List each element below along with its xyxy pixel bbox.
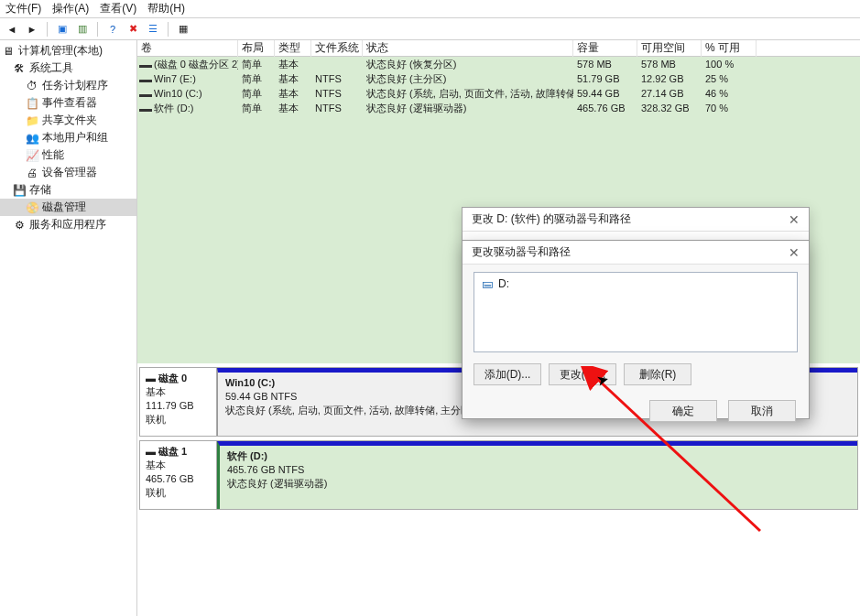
drive-entry-label: D:: [498, 277, 509, 290]
separator: [168, 22, 169, 37]
tree-label: 本地用户和组: [42, 130, 108, 146]
drive-path-list[interactable]: 🖴 D:: [474, 272, 798, 352]
menu-view[interactable]: 查看(V): [100, 1, 136, 16]
tree-label: 性能: [42, 147, 64, 163]
volume-row[interactable]: ▬Win10 (C:)简单基本NTFS状态良好 (系统, 启动, 页面文件, 活…: [137, 86, 860, 101]
menu-action[interactable]: 操作(A): [52, 1, 89, 16]
refresh-icon[interactable]: ▣: [54, 21, 71, 38]
tree-label: 计算机管理(本地): [18, 43, 103, 59]
volume-row[interactable]: ▬(磁盘 0 磁盘分区 2)简单基本状态良好 (恢复分区)578 MB578 M…: [137, 57, 860, 71]
tree-label: 任务计划程序: [42, 78, 108, 93]
tree-label: 磁盘管理: [42, 200, 86, 215]
nav-back-icon[interactable]: ◄: [4, 21, 20, 38]
tree-label: 服务和应用程序: [29, 217, 106, 232]
separator: [97, 22, 98, 37]
help-icon[interactable]: ?: [104, 21, 121, 38]
volume-row[interactable]: ▬Win7 (E:)简单基本NTFS状态良好 (主分区)51.79 GB12.9…: [137, 71, 860, 86]
tree-systemtools[interactable]: 🛠 系统工具: [0, 59, 136, 77]
computer-icon: 🖥: [2, 45, 15, 58]
drive-entry[interactable]: 🖴 D:: [480, 276, 791, 291]
col-cap[interactable]: 容量: [573, 40, 637, 57]
separator: [47, 22, 48, 37]
tree-task-scheduler[interactable]: ⏱ 任务计划程序: [0, 77, 136, 94]
tree-event-viewer[interactable]: 📋 事件查看器: [0, 94, 136, 112]
tools-icon: 🛠: [13, 62, 26, 75]
menu-bar: 文件(F) 操作(A) 查看(V) 帮助(H): [0, 0, 860, 18]
tree-root[interactable]: 🖥 计算机管理(本地): [0, 42, 136, 59]
tree-label: 共享文件夹: [42, 113, 97, 128]
tree-label: 事件查看器: [42, 95, 97, 111]
menu-file[interactable]: 文件(F): [5, 1, 41, 16]
drive-icon: ▬: [139, 103, 152, 113]
col-volume[interactable]: 卷: [137, 40, 238, 57]
storage-icon: 💾: [13, 184, 26, 197]
dialog-title: 更改 D: (软件) 的驱动器号和路径: [472, 211, 631, 227]
clock-icon: ⏱: [26, 80, 38, 92]
dialog-title: 更改驱动器号和路径: [472, 244, 571, 260]
drive-icon: ▬: [139, 89, 152, 99]
nav-forward-icon[interactable]: ►: [24, 21, 40, 38]
volume-list-header: 卷 布局 类型 文件系统 状态 容量 可用空间 % 可用: [137, 40, 860, 57]
partition[interactable]: 软件 (D:)465.76 GB NTFS状态良好 (逻辑驱动器): [217, 441, 857, 509]
drive-icon: 🖴: [482, 277, 493, 290]
tree-local-users[interactable]: 👥 本地用户和组: [0, 129, 136, 146]
disk-row: ▬ 磁盘 1基本465.76 GB联机软件 (D:)465.76 GB NTFS…: [139, 440, 858, 510]
col-free[interactable]: 可用空间: [637, 40, 702, 57]
event-icon: 📋: [26, 97, 38, 110]
delete-icon[interactable]: ✖: [125, 21, 141, 38]
tree-device-manager[interactable]: 🖨 设备管理器: [0, 164, 136, 181]
view-icon[interactable]: ▦: [175, 21, 191, 38]
nav-tree: 🖥 计算机管理(本地) 🛠 系统工具 ⏱ 任务计划程序 📋 事件查看器 📁 共享…: [0, 40, 137, 616]
col-layout[interactable]: 布局: [238, 40, 275, 57]
tree-label: 存储: [29, 182, 51, 198]
list-icon[interactable]: ☰: [145, 21, 161, 38]
ok-button[interactable]: 确定: [649, 400, 717, 422]
tree-shared-folders[interactable]: 📁 共享文件夹: [0, 112, 136, 129]
tree-label: 系统工具: [29, 60, 73, 76]
tree-storage[interactable]: 💾 存储: [0, 181, 136, 199]
add-button[interactable]: 添加(D)...: [474, 363, 541, 385]
folder-icon: 📁: [26, 114, 38, 127]
toolbar: ◄ ► ▣ ▥ ? ✖ ☰ ▦: [0, 18, 860, 40]
menu-help[interactable]: 帮助(H): [147, 1, 185, 16]
disk-label[interactable]: ▬ 磁盘 1基本465.76 GB联机: [140, 441, 217, 509]
col-pct[interactable]: % 可用: [702, 40, 757, 57]
drive-icon: ▬: [139, 74, 152, 84]
col-type[interactable]: 类型: [275, 40, 311, 57]
close-icon[interactable]: ✕: [789, 212, 800, 227]
users-icon: 👥: [26, 132, 38, 145]
close-icon[interactable]: ✕: [789, 245, 800, 260]
perf-icon: 📈: [26, 149, 38, 162]
col-fs[interactable]: 文件系统: [311, 40, 363, 57]
disk-label[interactable]: ▬ 磁盘 0基本111.79 GB联机: [140, 368, 217, 436]
change-button[interactable]: 更改(C)...: [549, 363, 616, 385]
tree-label: 设备管理器: [42, 165, 97, 180]
services-icon: ⚙: [13, 219, 26, 232]
cancel-button[interactable]: 取消: [728, 400, 796, 422]
tree-disk-management[interactable]: 📀 磁盘管理: [0, 199, 136, 216]
tree-services[interactable]: ⚙ 服务和应用程序: [0, 216, 136, 233]
disk-icon: 📀: [26, 201, 38, 214]
device-icon: 🖨: [26, 167, 38, 179]
volume-row[interactable]: ▬软件 (D:)简单基本NTFS状态良好 (逻辑驱动器)465.76 GB328…: [137, 101, 860, 115]
properties-icon[interactable]: ▥: [74, 21, 91, 38]
drive-icon: ▬: [139, 59, 152, 70]
remove-button[interactable]: 删除(R): [624, 363, 691, 385]
dialog-change-drive-letter: 更改驱动器号和路径 ✕ 🖴 D: 添加(D)... 更改(C)... 删除(R)…: [462, 240, 810, 419]
tree-performance[interactable]: 📈 性能: [0, 146, 136, 164]
col-status[interactable]: 状态: [363, 40, 573, 57]
